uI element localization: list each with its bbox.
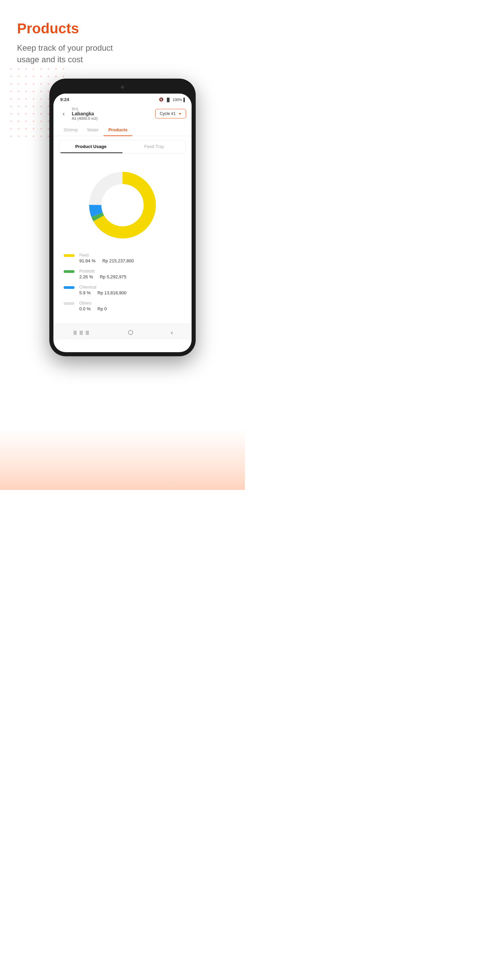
status-icons: 🔇 ▐▌ 100%▐ — [159, 97, 185, 102]
sub-tabs: Product Usage Feed Tray — [59, 140, 186, 153]
tab-feed-tray[interactable]: Feed Tray — [123, 140, 186, 153]
legend-feed: Feed 91.84 % Rp 215,237,800 — [64, 253, 181, 263]
chart-area — [53, 158, 192, 250]
feed-values: 91.84 % Rp 215,237,800 — [79, 258, 181, 263]
phone-container: 9:24 🔇 ▐▌ 100%▐ ‹ BHL Labangka A1 (4000.… — [0, 72, 245, 356]
others-percentage: 0.0 % — [79, 306, 91, 311]
others-text: Others 0.0 % Rp 0 — [79, 301, 181, 311]
cycle-dropdown[interactable]: Cycle #1 ▼ — [155, 109, 186, 118]
chemical-text: Chemical 5.9 % Rp 13,818,900 — [79, 285, 181, 295]
mute-icon: 🔇 — [159, 97, 164, 102]
status-time: 9:24 — [60, 97, 69, 102]
status-bar: 9:24 🔇 ▐▌ 100%▐ — [53, 94, 192, 104]
donut-chart — [82, 164, 163, 246]
probiotic-percentage: 2.26 % — [79, 274, 93, 279]
tab-water[interactable]: Water — [82, 124, 103, 136]
phone-top-bar — [53, 83, 192, 93]
legend-probiotic: Probiotic 2.26 % Rp 5,292,975 — [64, 269, 181, 279]
farm-info: BHL Labangka A1 (4000.0 m2) — [72, 107, 155, 121]
others-amount: Rp 0 — [97, 306, 107, 311]
menu-icon[interactable]: ⫼⫼⫼ — [72, 329, 91, 336]
tab-product-usage[interactable]: Product Usage — [59, 140, 123, 153]
phone-outer: 9:24 🔇 ▐▌ 100%▐ ‹ BHL Labangka A1 (4000.… — [49, 79, 196, 356]
tab-shrimp[interactable]: Shrimp — [59, 124, 82, 136]
chemical-color — [64, 286, 75, 289]
decorative-dot — [18, 68, 19, 70]
legend-others: Others 0.0 % Rp 0 — [64, 301, 181, 311]
probiotic-label: Probiotic — [79, 269, 181, 274]
chemical-amount: Rp 13,818,900 — [97, 290, 126, 295]
bottom-gradient — [0, 429, 245, 490]
signal-icon: ▐▌ — [165, 98, 171, 102]
back-button[interactable]: ‹ — [59, 109, 68, 118]
chemical-label: Chemical — [79, 285, 181, 290]
legend-chemical: Chemical 5.9 % Rp 13,818,900 — [64, 285, 181, 295]
svg-point-4 — [102, 184, 143, 226]
farm-company: BHL — [72, 107, 155, 111]
page-subtitle: Keep track of your productusage and its … — [17, 42, 228, 65]
cycle-label: Cycle #1 — [159, 111, 176, 116]
battery-icon: 100%▐ — [172, 98, 185, 102]
decorative-dot — [10, 68, 12, 70]
decorative-dot — [33, 68, 34, 70]
feed-color — [64, 254, 75, 257]
home-icon[interactable]: ⬡ — [128, 329, 134, 336]
legend-area: Feed 91.84 % Rp 215,237,800 Probiotic — [53, 250, 192, 324]
chemical-percentage: 5.9 % — [79, 290, 91, 295]
page-title: Products — [17, 21, 228, 37]
decorative-dot — [55, 68, 57, 70]
app-header: ‹ BHL Labangka A1 (4000.0 m2) Cycle #1 ▼ — [53, 104, 192, 124]
decorative-dot — [25, 68, 27, 70]
probiotic-text: Probiotic 2.26 % Rp 5,292,975 — [79, 269, 181, 279]
nav-tabs: Shrimp Water Products — [53, 124, 192, 136]
decorative-dot — [63, 68, 64, 70]
feed-label: Feed — [79, 253, 181, 258]
tab-products[interactable]: Products — [103, 124, 132, 136]
farm-pond: A1 (4000.0 m2) — [72, 116, 155, 121]
probiotic-amount: Rp 5,292,975 — [100, 274, 126, 279]
phone-camera — [121, 86, 124, 89]
others-color — [64, 302, 75, 305]
decorative-dot — [48, 68, 49, 70]
decorative-dot — [40, 68, 42, 70]
feed-text: Feed 91.84 % Rp 215,237,800 — [79, 253, 181, 263]
others-values: 0.0 % Rp 0 — [79, 306, 181, 311]
phone-screen: 9:24 🔇 ▐▌ 100%▐ ‹ BHL Labangka A1 (4000.… — [53, 94, 192, 352]
phone-notch — [99, 83, 146, 89]
bottom-nav: ⫼⫼⫼ ⬡ ‹ — [53, 324, 192, 340]
probiotic-values: 2.26 % Rp 5,292,975 — [79, 274, 181, 279]
feed-amount: Rp 215,237,800 — [102, 258, 134, 263]
feed-percentage: 91.84 % — [79, 258, 95, 263]
header-section: Products Keep track of your productusage… — [0, 0, 245, 72]
others-label: Others — [79, 301, 181, 305]
page-wrapper: // Rendered below Products Keep track of… — [0, 0, 245, 490]
chevron-down-icon: ▼ — [178, 112, 182, 116]
probiotic-color — [64, 270, 75, 273]
back-nav-icon[interactable]: ‹ — [171, 329, 173, 336]
chemical-values: 5.9 % Rp 13,818,900 — [79, 290, 181, 295]
farm-name: Labangka — [72, 111, 155, 116]
